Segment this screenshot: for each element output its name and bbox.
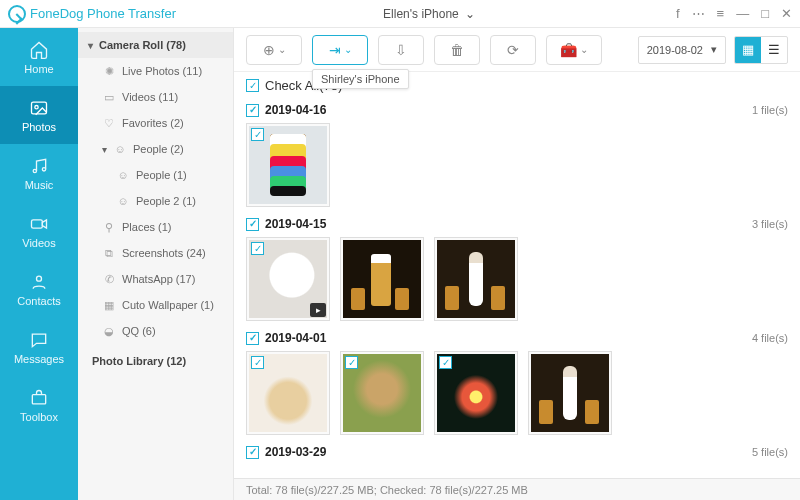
transfer-to-device-button[interactable]: ⇥⌄ — [312, 35, 368, 65]
nav-messages[interactable]: Messages — [0, 318, 78, 376]
group-date: 2019-04-16 — [265, 103, 326, 117]
thumb-row: ✓ — [246, 123, 788, 207]
date-filter[interactable]: 2019-08-02▾ — [638, 36, 726, 64]
thumb-checkbox[interactable]: ✓ — [251, 356, 264, 369]
sidebar-people[interactable]: ▾☺People (2) — [78, 136, 233, 162]
nav-toolbox[interactable]: Toolbox — [0, 376, 78, 434]
menu-icon[interactable]: ≡ — [717, 6, 725, 21]
thumb-checkbox[interactable]: ✓ — [345, 356, 358, 369]
nav-photos[interactable]: Photos — [0, 86, 78, 144]
sidebar-photo-library[interactable]: Photo Library (12) — [78, 348, 233, 374]
sidebar-qq[interactable]: ◒QQ (6) — [78, 318, 233, 344]
facebook-icon[interactable]: f — [676, 6, 680, 21]
thumb-image — [437, 240, 515, 318]
thumb-checkbox[interactable]: ✓ — [439, 356, 452, 369]
sidebar-cuto[interactable]: ▦Cuto Wallpaper (1) — [78, 292, 233, 318]
thumb-checkbox[interactable]: ✓ — [251, 128, 264, 141]
nav-videos[interactable]: Videos — [0, 202, 78, 260]
close-icon[interactable]: ✕ — [781, 6, 792, 21]
photo-thumb[interactable]: ✓ — [528, 351, 612, 435]
transfer-tooltip[interactable]: Shirley's iPhone — [312, 69, 409, 89]
nav-music[interactable]: Music — [0, 144, 78, 202]
group-header[interactable]: ✓2019-03-295 file(s) — [246, 445, 788, 459]
delete-button[interactable]: 🗑 — [434, 35, 480, 65]
minimize-icon[interactable]: ― — [736, 6, 749, 21]
messages-icon — [27, 329, 51, 351]
content-area: ⊕⌄ ⇥⌄ ⇩ 🗑 ⟳ 🧰⌄ 2019-08-02▾ ▦ ☰ Shirley's… — [234, 28, 800, 500]
photo-thumb[interactable]: ✓ — [434, 237, 518, 321]
refresh-button[interactable]: ⟳ — [490, 35, 536, 65]
thumb-row: ✓✓✓✓ — [246, 351, 788, 435]
toolbar: ⊕⌄ ⇥⌄ ⇩ 🗑 ⟳ 🧰⌄ 2019-08-02▾ ▦ ☰ — [234, 28, 800, 72]
app-logo: FoneDog Phone Transfer — [8, 5, 176, 23]
music-icon — [27, 155, 51, 177]
group-header[interactable]: ✓2019-04-014 file(s) — [246, 331, 788, 345]
screenshots-icon: ⧉ — [102, 246, 116, 260]
svg-point-5 — [37, 276, 42, 281]
wallpaper-icon: ▦ — [102, 298, 116, 312]
nav-contacts[interactable]: Contacts — [0, 260, 78, 318]
refresh-icon: ⟳ — [507, 42, 519, 58]
group-date: 2019-04-15 — [265, 217, 326, 231]
trash-icon: 🗑 — [450, 42, 464, 58]
group-checkbox[interactable]: ✓ — [246, 218, 259, 231]
sidebar-places[interactable]: ⚲Places (1) — [78, 214, 233, 240]
chevron-down-icon: ⌄ — [344, 44, 352, 55]
group-count: 5 file(s) — [752, 446, 788, 458]
svg-point-1 — [35, 106, 38, 109]
thumb-image — [531, 354, 609, 432]
live-photos-icon: ✺ — [102, 64, 116, 78]
maximize-icon[interactable]: □ — [761, 6, 769, 21]
group-checkbox[interactable]: ✓ — [246, 104, 259, 117]
contacts-icon — [27, 271, 51, 293]
view-toggle: ▦ ☰ — [734, 36, 788, 64]
export-to-pc-button[interactable]: ⇩ — [378, 35, 424, 65]
sidebar-people-1[interactable]: ☺People (1) — [78, 162, 233, 188]
sidebar-people-2[interactable]: ☺People 2 (1) — [78, 188, 233, 214]
list-view-button[interactable]: ☰ — [761, 37, 787, 63]
home-icon — [27, 39, 51, 61]
main-nav: Home Photos Music Videos Contacts Messag… — [0, 28, 78, 500]
sidebar-screenshots[interactable]: ⧉Screenshots (24) — [78, 240, 233, 266]
device-name: Ellen's iPhone — [383, 7, 459, 21]
photo-thumb[interactable]: ✓ — [434, 351, 518, 435]
grid-view-button[interactable]: ▦ — [735, 37, 761, 63]
window-controls: f ⋯ ≡ ― □ ✕ — [676, 6, 792, 21]
photo-group: ✓2019-03-295 file(s) — [246, 445, 788, 459]
device-selector[interactable]: Ellen's iPhone ⌄ — [377, 7, 475, 21]
thumb-checkbox[interactable]: ✓ — [251, 242, 264, 255]
add-button[interactable]: ⊕⌄ — [246, 35, 302, 65]
photo-thumb[interactable]: ✓ — [246, 351, 330, 435]
sidebar-favorites[interactable]: ♡Favorites (2) — [78, 110, 233, 136]
svg-point-2 — [33, 169, 36, 172]
chevron-down-icon: ⌄ — [465, 7, 475, 21]
group-header[interactable]: ✓2019-04-161 file(s) — [246, 103, 788, 117]
svg-point-3 — [42, 168, 45, 171]
photo-thumb[interactable]: ✓▸ — [246, 237, 330, 321]
caret-down-icon: ▾ — [102, 144, 107, 155]
group-count: 1 file(s) — [752, 104, 788, 116]
photo-thumb[interactable]: ✓ — [246, 123, 330, 207]
chevron-down-icon: ⌄ — [278, 44, 286, 55]
more-tools-button[interactable]: 🧰⌄ — [546, 35, 602, 65]
photos-icon — [27, 97, 51, 119]
nav-home[interactable]: Home — [0, 28, 78, 86]
sidebar-live-photos[interactable]: ✺Live Photos (11) — [78, 58, 233, 84]
sidebar-camera-roll[interactable]: ▾Camera Roll (78) — [78, 32, 233, 58]
photo-thumb[interactable]: ✓ — [340, 237, 424, 321]
svg-rect-6 — [32, 395, 45, 404]
sidebar-whatsapp[interactable]: ✆WhatsApp (17) — [78, 266, 233, 292]
photo-group: ✓2019-04-153 file(s)✓▸✓✓ — [246, 217, 788, 321]
group-header[interactable]: ✓2019-04-153 file(s) — [246, 217, 788, 231]
check-all-checkbox[interactable]: ✓ — [246, 79, 259, 92]
people-icon: ☺ — [113, 142, 127, 156]
group-checkbox[interactable]: ✓ — [246, 446, 259, 459]
group-checkbox[interactable]: ✓ — [246, 332, 259, 345]
photo-thumb[interactable]: ✓ — [340, 351, 424, 435]
sidebar-videos[interactable]: ▭Videos (11) — [78, 84, 233, 110]
photo-group: ✓2019-04-161 file(s)✓ — [246, 103, 788, 207]
feedback-icon[interactable]: ⋯ — [692, 6, 705, 21]
heart-icon: ♡ — [102, 116, 116, 130]
video-badge-icon: ▸ — [310, 303, 326, 317]
thumb-image — [343, 240, 421, 318]
